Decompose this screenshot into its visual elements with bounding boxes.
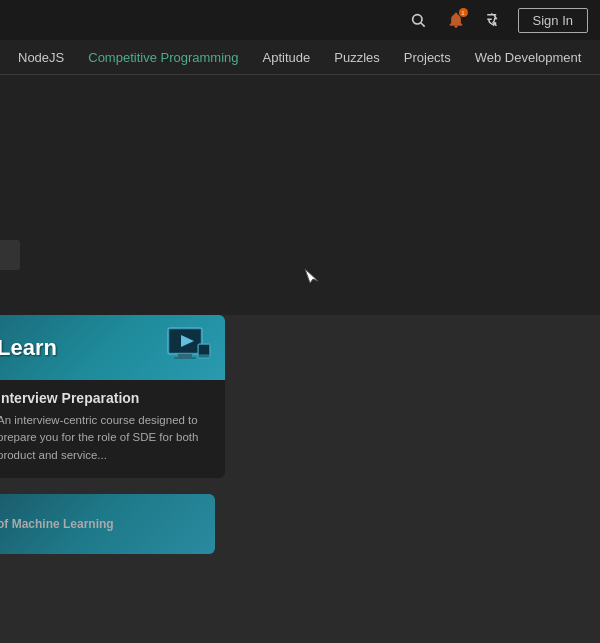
card-banner-machine-learning: of Machine Learning bbox=[0, 494, 215, 554]
main-content: Learn Interview Prepar bbox=[0, 75, 600, 643]
notification-badge: 1 bbox=[459, 8, 468, 17]
card-desc-interview-prep: An interview-centric course designed to … bbox=[0, 412, 213, 464]
svg-rect-8 bbox=[199, 345, 209, 354]
nav-item-projects[interactable]: Projects bbox=[394, 44, 461, 71]
nav-item-aptitude[interactable]: Aptitude bbox=[253, 44, 321, 71]
topbar-icons: 1 Sign In bbox=[404, 6, 588, 34]
card-banner-icon bbox=[163, 323, 213, 373]
card-body-interview-prep: Interview Preparation An interview-centr… bbox=[0, 380, 225, 478]
nav-item-nodejs[interactable]: NodeJS bbox=[8, 44, 74, 71]
card-banner-interview-prep: Learn bbox=[0, 315, 225, 380]
course-card-interview-prep[interactable]: Learn Interview Prepar bbox=[0, 315, 225, 478]
search-icon[interactable] bbox=[404, 6, 432, 34]
cards-area: Learn Interview Prepar bbox=[0, 315, 225, 554]
svg-rect-5 bbox=[178, 354, 192, 357]
card-banner-label: Learn bbox=[0, 335, 57, 361]
translate-icon[interactable] bbox=[480, 6, 508, 34]
notification-icon[interactable]: 1 bbox=[442, 6, 470, 34]
card-title-interview-prep: Interview Preparation bbox=[0, 390, 213, 406]
topbar: 1 Sign In bbox=[0, 0, 600, 40]
svg-rect-6 bbox=[174, 357, 196, 359]
nav-item-web-development[interactable]: Web Development bbox=[465, 44, 592, 71]
course-card-machine-learning[interactable]: of Machine Learning bbox=[0, 494, 215, 554]
nav-item-competitive-programming[interactable]: Competitive Programming bbox=[78, 44, 248, 71]
dark-overlay bbox=[0, 75, 600, 315]
nav-item-puzzles[interactable]: Puzzles bbox=[324, 44, 390, 71]
navbar: NodeJS Competitive Programming Aptitude … bbox=[0, 40, 600, 75]
left-partial-nav[interactable] bbox=[0, 240, 20, 270]
svg-point-0 bbox=[412, 15, 421, 24]
svg-line-1 bbox=[421, 23, 425, 27]
signin-button[interactable]: Sign In bbox=[518, 8, 588, 33]
